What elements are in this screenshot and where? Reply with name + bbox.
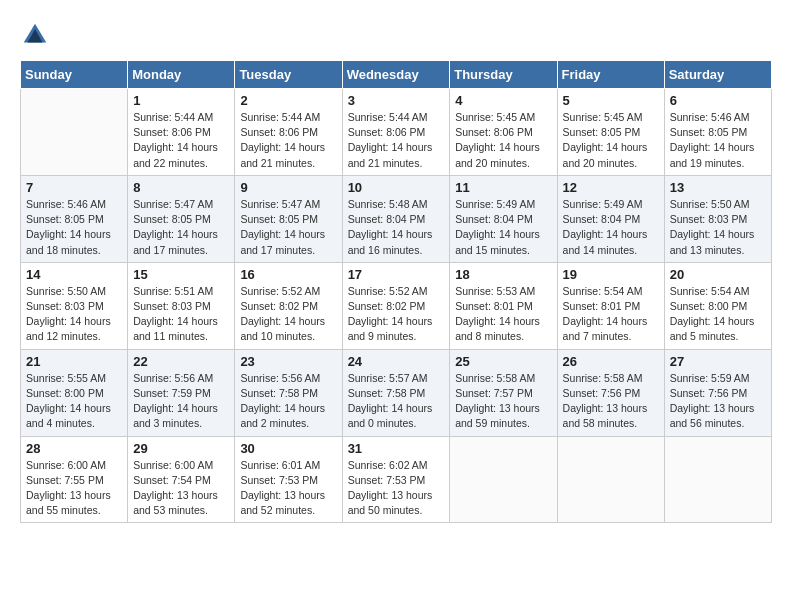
calendar-cell: 22Sunrise: 5:56 AMSunset: 7:59 PMDayligh… [128,349,235,436]
day-info: Sunrise: 5:52 AMSunset: 8:02 PMDaylight:… [348,284,445,345]
calendar-cell: 20Sunrise: 5:54 AMSunset: 8:00 PMDayligh… [664,262,771,349]
day-info: Sunrise: 5:57 AMSunset: 7:58 PMDaylight:… [348,371,445,432]
day-number: 31 [348,441,445,456]
day-number: 17 [348,267,445,282]
weekday-header-tuesday: Tuesday [235,61,342,89]
calendar-cell: 31Sunrise: 6:02 AMSunset: 7:53 PMDayligh… [342,436,450,523]
day-number: 8 [133,180,229,195]
calendar-cell: 24Sunrise: 5:57 AMSunset: 7:58 PMDayligh… [342,349,450,436]
day-number: 5 [563,93,659,108]
day-number: 30 [240,441,336,456]
day-number: 10 [348,180,445,195]
calendar-cell: 17Sunrise: 5:52 AMSunset: 8:02 PMDayligh… [342,262,450,349]
day-number: 3 [348,93,445,108]
day-number: 16 [240,267,336,282]
weekday-header-saturday: Saturday [664,61,771,89]
weekday-header-monday: Monday [128,61,235,89]
calendar-cell [557,436,664,523]
calendar-cell: 11Sunrise: 5:49 AMSunset: 8:04 PMDayligh… [450,175,557,262]
calendar-cell: 3Sunrise: 5:44 AMSunset: 8:06 PMDaylight… [342,89,450,176]
day-number: 13 [670,180,766,195]
day-info: Sunrise: 5:45 AMSunset: 8:05 PMDaylight:… [563,110,659,171]
day-number: 12 [563,180,659,195]
day-number: 7 [26,180,122,195]
day-number: 27 [670,354,766,369]
calendar-cell: 26Sunrise: 5:58 AMSunset: 7:56 PMDayligh… [557,349,664,436]
day-info: Sunrise: 5:53 AMSunset: 8:01 PMDaylight:… [455,284,551,345]
weekday-header-row: SundayMondayTuesdayWednesdayThursdayFrid… [21,61,772,89]
day-info: Sunrise: 5:55 AMSunset: 8:00 PMDaylight:… [26,371,122,432]
calendar-cell: 25Sunrise: 5:58 AMSunset: 7:57 PMDayligh… [450,349,557,436]
calendar-cell: 30Sunrise: 6:01 AMSunset: 7:53 PMDayligh… [235,436,342,523]
day-number: 18 [455,267,551,282]
calendar-cell: 5Sunrise: 5:45 AMSunset: 8:05 PMDaylight… [557,89,664,176]
day-info: Sunrise: 6:00 AMSunset: 7:54 PMDaylight:… [133,458,229,519]
weekday-header-sunday: Sunday [21,61,128,89]
calendar-cell [450,436,557,523]
calendar-cell: 4Sunrise: 5:45 AMSunset: 8:06 PMDaylight… [450,89,557,176]
calendar-cell: 14Sunrise: 5:50 AMSunset: 8:03 PMDayligh… [21,262,128,349]
page-header [20,20,772,50]
calendar-cell: 18Sunrise: 5:53 AMSunset: 8:01 PMDayligh… [450,262,557,349]
day-number: 4 [455,93,551,108]
day-info: Sunrise: 5:54 AMSunset: 8:01 PMDaylight:… [563,284,659,345]
day-info: Sunrise: 5:59 AMSunset: 7:56 PMDaylight:… [670,371,766,432]
day-info: Sunrise: 5:45 AMSunset: 8:06 PMDaylight:… [455,110,551,171]
day-number: 24 [348,354,445,369]
day-info: Sunrise: 5:47 AMSunset: 8:05 PMDaylight:… [240,197,336,258]
day-number: 28 [26,441,122,456]
calendar-cell: 21Sunrise: 5:55 AMSunset: 8:00 PMDayligh… [21,349,128,436]
calendar-cell: 27Sunrise: 5:59 AMSunset: 7:56 PMDayligh… [664,349,771,436]
day-info: Sunrise: 5:47 AMSunset: 8:05 PMDaylight:… [133,197,229,258]
day-info: Sunrise: 5:50 AMSunset: 8:03 PMDaylight:… [670,197,766,258]
day-info: Sunrise: 5:46 AMSunset: 8:05 PMDaylight:… [26,197,122,258]
calendar-week-4: 21Sunrise: 5:55 AMSunset: 8:00 PMDayligh… [21,349,772,436]
day-info: Sunrise: 5:44 AMSunset: 8:06 PMDaylight:… [240,110,336,171]
calendar-cell: 8Sunrise: 5:47 AMSunset: 8:05 PMDaylight… [128,175,235,262]
calendar-cell: 15Sunrise: 5:51 AMSunset: 8:03 PMDayligh… [128,262,235,349]
calendar-cell: 1Sunrise: 5:44 AMSunset: 8:06 PMDaylight… [128,89,235,176]
day-info: Sunrise: 5:58 AMSunset: 7:56 PMDaylight:… [563,371,659,432]
day-number: 2 [240,93,336,108]
calendar-week-2: 7Sunrise: 5:46 AMSunset: 8:05 PMDaylight… [21,175,772,262]
day-number: 11 [455,180,551,195]
calendar-cell: 16Sunrise: 5:52 AMSunset: 8:02 PMDayligh… [235,262,342,349]
day-info: Sunrise: 6:02 AMSunset: 7:53 PMDaylight:… [348,458,445,519]
day-info: Sunrise: 5:51 AMSunset: 8:03 PMDaylight:… [133,284,229,345]
day-info: Sunrise: 5:56 AMSunset: 7:58 PMDaylight:… [240,371,336,432]
day-number: 1 [133,93,229,108]
calendar-cell: 28Sunrise: 6:00 AMSunset: 7:55 PMDayligh… [21,436,128,523]
day-info: Sunrise: 5:49 AMSunset: 8:04 PMDaylight:… [563,197,659,258]
calendar-cell: 13Sunrise: 5:50 AMSunset: 8:03 PMDayligh… [664,175,771,262]
day-number: 22 [133,354,229,369]
day-number: 9 [240,180,336,195]
day-info: Sunrise: 6:01 AMSunset: 7:53 PMDaylight:… [240,458,336,519]
day-info: Sunrise: 5:49 AMSunset: 8:04 PMDaylight:… [455,197,551,258]
calendar-week-1: 1Sunrise: 5:44 AMSunset: 8:06 PMDaylight… [21,89,772,176]
logo [20,20,54,50]
calendar-week-3: 14Sunrise: 5:50 AMSunset: 8:03 PMDayligh… [21,262,772,349]
calendar-cell: 23Sunrise: 5:56 AMSunset: 7:58 PMDayligh… [235,349,342,436]
day-number: 14 [26,267,122,282]
day-info: Sunrise: 5:58 AMSunset: 7:57 PMDaylight:… [455,371,551,432]
day-info: Sunrise: 5:48 AMSunset: 8:04 PMDaylight:… [348,197,445,258]
day-info: Sunrise: 5:56 AMSunset: 7:59 PMDaylight:… [133,371,229,432]
calendar-cell: 19Sunrise: 5:54 AMSunset: 8:01 PMDayligh… [557,262,664,349]
calendar-cell: 29Sunrise: 6:00 AMSunset: 7:54 PMDayligh… [128,436,235,523]
calendar-cell [664,436,771,523]
day-info: Sunrise: 5:52 AMSunset: 8:02 PMDaylight:… [240,284,336,345]
weekday-header-wednesday: Wednesday [342,61,450,89]
logo-icon [20,20,50,50]
day-number: 29 [133,441,229,456]
day-number: 26 [563,354,659,369]
day-info: Sunrise: 5:54 AMSunset: 8:00 PMDaylight:… [670,284,766,345]
calendar-cell: 9Sunrise: 5:47 AMSunset: 8:05 PMDaylight… [235,175,342,262]
calendar-cell: 10Sunrise: 5:48 AMSunset: 8:04 PMDayligh… [342,175,450,262]
calendar-week-5: 28Sunrise: 6:00 AMSunset: 7:55 PMDayligh… [21,436,772,523]
day-number: 19 [563,267,659,282]
calendar-cell [21,89,128,176]
calendar-table: SundayMondayTuesdayWednesdayThursdayFrid… [20,60,772,523]
day-number: 15 [133,267,229,282]
day-number: 6 [670,93,766,108]
day-info: Sunrise: 6:00 AMSunset: 7:55 PMDaylight:… [26,458,122,519]
